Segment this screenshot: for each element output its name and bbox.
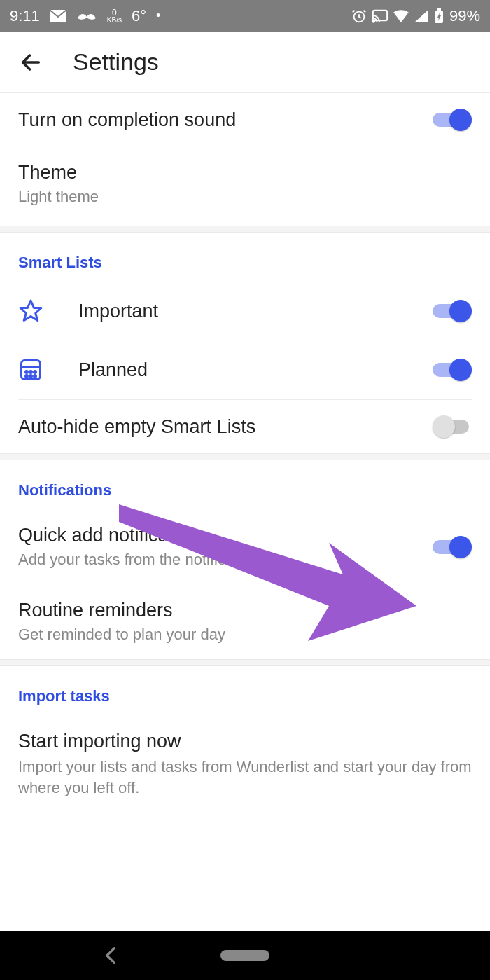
row-start-import[interactable]: Start importing now Import your lists an… [0,715,490,819]
svg-marker-7 [20,301,41,321]
section-notifications: Notifications [0,460,490,509]
status-right: 99% [351,7,480,25]
completion-sound-toggle[interactable] [433,109,472,131]
star-icon [18,298,43,324]
data-rate: 0 KB/s [107,8,122,24]
import-subtitle: Import your lists and tasks from Wunderl… [18,757,472,798]
import-label: Start importing now [18,731,472,752]
row-important[interactable]: Important [0,282,490,340]
phone-frame: 9:11 0 KB/s 6° • [0,0,490,980]
planned-label: Planned [78,359,433,381]
quick-add-label: Quick add notification [18,525,433,546]
nav-home-pill[interactable] [220,950,270,961]
row-theme[interactable]: Theme Light theme [0,146,490,226]
status-bar: 9:11 0 KB/s 6° • [0,0,490,32]
svg-point-3 [372,20,374,22]
theme-value: Light theme [18,188,472,206]
svg-point-12 [34,371,36,373]
wifi-icon [393,10,409,22]
status-time: 9:11 [10,7,40,25]
calendar-icon [18,357,43,382]
mustache-icon [76,11,97,21]
dot-icon: • [156,8,160,23]
row-completion-sound[interactable]: Turn on completion sound [0,93,490,146]
cast-icon [372,9,388,23]
section-import: Import tasks [0,666,490,715]
section-smart-lists: Smart Lists [0,233,490,282]
row-auto-hide[interactable]: Auto-hide empty Smart Lists [0,400,490,453]
svg-point-14 [30,375,32,378]
svg-point-13 [26,375,28,378]
battery-icon [434,8,444,24]
nav-back-button[interactable] [104,946,118,965]
mail-icon [50,10,66,22]
row-routine-reminders[interactable]: Routine reminders Get reminded to plan y… [0,584,490,659]
routine-label: Routine reminders [18,600,472,621]
svg-rect-5 [437,8,441,11]
auto-hide-label: Auto-hide empty Smart Lists [18,416,433,438]
app-bar: Settings [0,32,490,93]
status-left: 9:11 0 KB/s 6° • [10,7,160,25]
row-planned[interactable]: Planned [0,340,490,399]
page-title: Settings [73,48,159,76]
routine-subtitle: Get reminded to plan your day [18,626,472,644]
theme-label: Theme [18,162,472,184]
section-divider [0,226,490,233]
nav-bar [0,931,490,980]
svg-point-15 [34,375,36,378]
row-quick-add[interactable]: Quick add notification Add your tasks fr… [0,509,490,584]
section-divider [0,453,490,460]
svg-point-11 [30,371,32,373]
planned-toggle[interactable] [433,359,472,381]
important-label: Important [78,301,433,322]
quick-add-toggle[interactable] [433,536,472,558]
alarm-icon [351,8,367,24]
svg-point-10 [26,371,28,373]
settings-content: Turn on completion sound Theme Light the… [0,93,490,931]
auto-hide-toggle[interactable] [433,415,472,438]
quick-add-subtitle: Add your tasks from the notification bar [18,551,433,569]
important-toggle[interactable] [433,300,472,322]
cell-icon [414,10,428,22]
section-divider [0,659,490,666]
completion-sound-label: Turn on completion sound [18,109,433,131]
back-button[interactable] [17,48,45,76]
status-temp: 6° [132,7,146,25]
battery-pct: 99% [449,7,480,25]
